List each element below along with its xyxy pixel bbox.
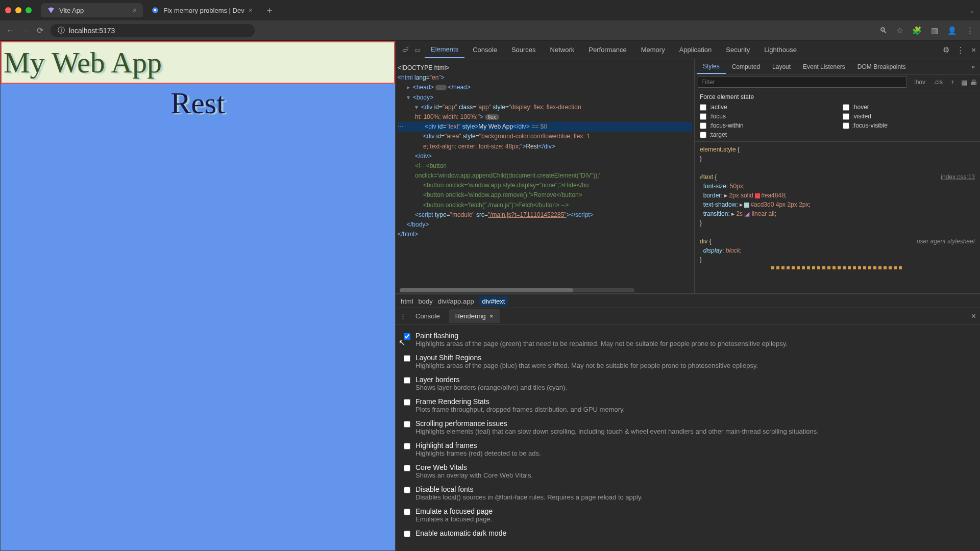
rendering-option[interactable]: Scrolling performance issuesHighlights e… — [404, 416, 972, 438]
pseudo-focus[interactable]: :focus — [700, 113, 832, 120]
tab-memory[interactable]: Memory — [635, 42, 671, 58]
crumb-body[interactable]: body — [419, 297, 433, 305]
pseudo-visited[interactable]: :visited — [843, 113, 975, 120]
dom-tree[interactable]: <!DOCTYPE html> <html lang="en"> ▸<head>… — [396, 59, 694, 293]
pseudo-active[interactable]: :active — [700, 104, 832, 111]
close-tab-icon[interactable]: × — [133, 6, 137, 14]
dom-line[interactable]: <!DOCTYPE html> — [398, 63, 692, 73]
dom-line[interactable]: <button onclick='window.app.style.displa… — [398, 181, 692, 190]
dom-line[interactable]: ▾<div id="app" class="app" style="displa… — [398, 103, 692, 112]
close-drawer-icon[interactable]: × — [971, 312, 976, 321]
minimize-window-icon[interactable] — [15, 7, 21, 13]
address-bar[interactable]: ⓘ localhost:5173 — [51, 24, 255, 37]
option-checkbox[interactable] — [404, 333, 410, 340]
hov-toggle[interactable]: :hov — [911, 78, 928, 87]
pseudo-hover[interactable]: :hover — [843, 104, 975, 111]
tab-security[interactable]: Security — [720, 42, 756, 58]
styles-rules[interactable]: element.style { } index.css:13#text { fo… — [695, 142, 980, 293]
dom-line[interactable]: <button onclick='fetch("./main.js")'>Fet… — [398, 201, 692, 210]
flex-icon[interactable]: ▦ — [961, 79, 967, 86]
option-checkbox[interactable] — [404, 531, 410, 537]
print-icon[interactable]: 🖶 — [970, 79, 977, 86]
menu-icon[interactable]: ⋮ — [966, 26, 974, 35]
dom-line[interactable]: <script type="module" src="/main.js?t=17… — [398, 210, 692, 220]
tab-dom-breakpoints[interactable]: DOM Breakpoints — [851, 60, 912, 73]
option-checkbox[interactable] — [404, 465, 410, 471]
search-icon[interactable]: 🔍︎ — [879, 26, 887, 35]
reload-button[interactable]: ⟳ — [37, 26, 43, 35]
option-checkbox[interactable] — [404, 509, 410, 515]
extensions-icon[interactable]: 🧩 — [912, 26, 922, 35]
drawer-tab-console[interactable]: Console — [409, 309, 446, 323]
cls-toggle[interactable]: .cls — [931, 78, 945, 87]
tab-console[interactable]: Console — [467, 42, 503, 58]
site-info-icon[interactable]: ⓘ — [58, 26, 65, 35]
rendering-option[interactable]: Paint flashingHighlights areas of the pa… — [404, 329, 972, 350]
tab-computed[interactable]: Computed — [726, 60, 766, 73]
inspect-icon[interactable]: ⮰ — [400, 44, 410, 56]
pseudo-target[interactable]: :target — [700, 131, 832, 138]
close-tab-icon[interactable]: × — [489, 312, 494, 320]
new-rule-button[interactable]: + — [948, 78, 957, 87]
pseudo-focus-within[interactable]: :focus-within — [700, 122, 832, 129]
more-tabs-icon[interactable]: » — [968, 63, 978, 70]
rendering-option[interactable]: Layer bordersShows layer borders (orange… — [404, 372, 972, 394]
tab-network[interactable]: Network — [544, 42, 581, 58]
rendering-option[interactable]: Frame Rendering StatsPlots frame through… — [404, 394, 972, 416]
tab-application[interactable]: Application — [673, 42, 718, 58]
crumb-html[interactable]: html — [401, 297, 413, 305]
close-tab-icon[interactable]: × — [249, 6, 253, 14]
tab-lighthouse[interactable]: Lighthouse — [758, 42, 803, 58]
drawer-menu-icon[interactable]: ⋮ — [400, 312, 406, 320]
maximize-window-icon[interactable] — [26, 7, 32, 13]
dom-line[interactable]: </body> — [398, 220, 692, 230]
back-button[interactable]: ← — [6, 26, 14, 35]
dom-line[interactable]: </html> — [398, 230, 692, 239]
dom-line[interactable]: e; text-align: center; font-size: 48px;"… — [398, 142, 692, 152]
settings-icon[interactable]: ⚙ — [943, 45, 949, 55]
rendering-option[interactable]: Core Web VitalsShows an overlay with Cor… — [404, 460, 972, 482]
dom-line[interactable]: <html lang="en"> — [398, 73, 692, 83]
profile-icon[interactable]: 👤 — [947, 26, 957, 35]
crumb-text[interactable]: div#text — [479, 296, 508, 306]
more-icon[interactable]: ⋮ — [957, 45, 964, 55]
option-checkbox[interactable] — [404, 443, 410, 449]
dom-line[interactable]: onclick='window.app.appendChild(document… — [398, 171, 692, 181]
rendering-option[interactable]: Disable local fontsDisables local() sour… — [404, 482, 972, 504]
option-checkbox[interactable] — [404, 487, 410, 493]
dom-line[interactable]: <!-- <button — [398, 161, 692, 171]
dom-line-selected[interactable]: ⋯ <div id="text" style>My Web App</div> … — [398, 122, 692, 132]
tab-overflow-icon[interactable]: ⌄ — [969, 7, 975, 14]
close-window-icon[interactable] — [5, 7, 11, 13]
pseudo-focus-visible[interactable]: :focus-visible — [843, 122, 975, 129]
rendering-option[interactable]: Layout Shift RegionsHighlights areas of … — [404, 350, 972, 372]
horizontal-scrollbar[interactable] — [400, 288, 634, 292]
dom-line[interactable]: ▾<body> — [398, 93, 692, 103]
forward-button[interactable]: → — [21, 26, 30, 35]
tab-layout[interactable]: Layout — [766, 60, 797, 73]
rendering-option[interactable]: Enable automatic dark mode — [404, 526, 972, 540]
styles-filter-input[interactable] — [698, 77, 907, 88]
dom-line[interactable]: ht: 100%; width: 100%;">flex — [398, 112, 692, 122]
close-devtools-icon[interactable]: × — [971, 45, 976, 55]
browser-tab-vite[interactable]: Vite App × — [41, 3, 143, 17]
rendering-option[interactable]: Highlight ad framesHighlights frames (re… — [404, 438, 972, 460]
dom-line[interactable]: </div> — [398, 152, 692, 161]
panel-icon[interactable]: ▥ — [931, 26, 938, 35]
tab-styles[interactable]: Styles — [697, 60, 726, 74]
dom-line[interactable]: <div id="area" style="background-color:c… — [398, 132, 692, 141]
option-checkbox[interactable] — [404, 421, 410, 428]
new-tab-button[interactable]: ＋ — [261, 4, 278, 16]
tab-event-listeners[interactable]: Event Listeners — [797, 60, 851, 73]
option-checkbox[interactable] — [404, 355, 410, 362]
bookmark-icon[interactable]: ☆ — [896, 26, 903, 35]
drawer-tab-rendering[interactable]: Rendering × — [449, 309, 500, 323]
option-checkbox[interactable] — [404, 377, 410, 384]
crumb-app[interactable]: div#app.app — [438, 297, 474, 305]
tab-sources[interactable]: Sources — [505, 42, 542, 58]
tab-performance[interactable]: Performance — [582, 42, 632, 58]
tab-elements[interactable]: Elements — [425, 41, 464, 58]
rendering-option[interactable]: Emulate a focused pageEmulates a focused… — [404, 504, 972, 526]
option-checkbox[interactable] — [404, 399, 410, 406]
browser-tab-devtools-doc[interactable]: Fix memory problems | Dev × — [145, 3, 259, 17]
